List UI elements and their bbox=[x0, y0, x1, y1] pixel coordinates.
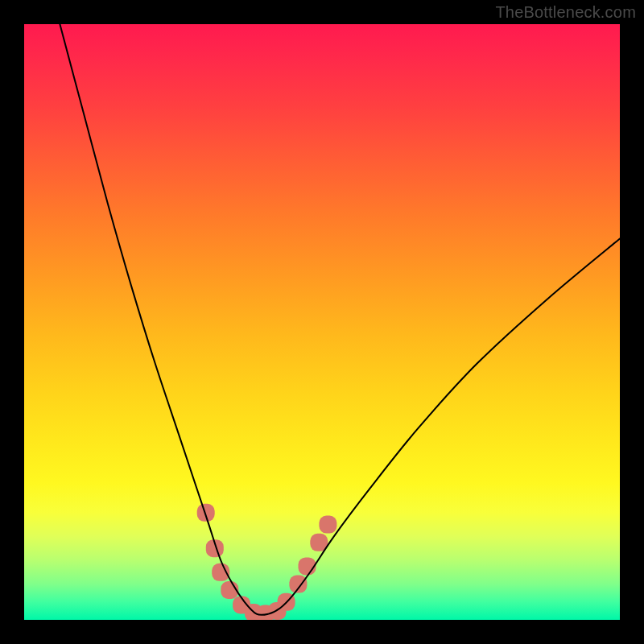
watermark-text: TheBottleneck.com bbox=[495, 3, 636, 22]
chart-frame: TheBottleneck.com bbox=[0, 0, 644, 644]
bottleneck-curve bbox=[60, 24, 620, 615]
marker-layer bbox=[197, 504, 337, 620]
marker-point bbox=[197, 504, 215, 522]
curve-layer bbox=[24, 24, 620, 620]
plot-area bbox=[24, 24, 620, 620]
marker-point bbox=[289, 576, 307, 593]
marker-point bbox=[319, 516, 336, 534]
